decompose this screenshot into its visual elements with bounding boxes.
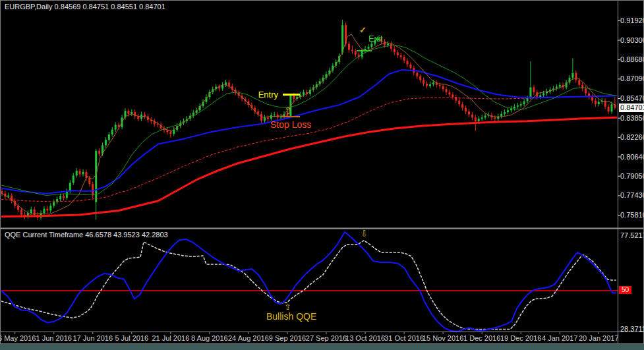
candle-body [63,196,65,198]
candle-body [66,191,68,198]
candle-body [448,92,450,95]
candle-body [542,94,544,96]
qqe-bearish-down-arrow-icon: ⇩ [361,229,368,238]
candle-body [274,115,276,115]
candle-body [111,130,113,134]
candle-body [403,57,405,61]
candle-body [397,52,399,55]
price-axis-label[interactable]: 0.77430 [620,192,644,199]
candle-body [270,115,272,119]
candle-body [442,86,444,90]
candle-body [69,183,71,191]
candle-body [137,116,139,119]
price-axis-label[interactable]: 0.75810 [620,212,644,219]
candle-body [529,87,531,98]
candle-body [439,85,441,86]
candle-body [7,196,9,197]
candle-body [559,85,561,87]
candle-body [387,44,389,45]
candle-body [267,117,269,119]
candle-body [481,117,483,119]
price-axis-label[interactable]: 0.87090 [620,75,644,82]
candle-body [598,102,600,104]
candle-body [465,108,467,111]
qqe-axis-label[interactable]: 28.3711 [620,326,644,333]
price-axis-label[interactable]: 0.91920 [620,17,644,24]
candle-body [73,175,74,183]
candle-body [520,104,522,105]
entry-up-arrow-icon: ⇧ [284,105,293,115]
candle-body [115,125,117,129]
candle-body [494,117,496,119]
qqe-indicator-title: QQE Current Timeframe 46.6578 43.9523 42… [5,231,168,239]
candle-body [507,110,509,112]
candle-body [367,47,369,49]
exit-price-line [357,50,372,51]
chart-canvas[interactable] [0,0,644,350]
current-price-tag: 0.84701 [619,103,644,112]
candle-body [595,101,597,104]
candle-body [458,101,460,104]
candle-body [419,76,421,80]
candle-body [134,112,136,116]
candle-body [341,25,343,52]
candle-body [517,105,519,107]
entry-annotation-label: Entry [245,90,278,99]
candle-body [43,209,45,213]
candle-body [468,111,470,115]
exit-annotation-label: Exit [368,34,383,43]
candle-body [585,88,587,93]
candle-body [452,94,454,97]
candle-body [127,111,129,114]
price-axis-label[interactable]: 0.79050 [620,173,644,180]
candle-body [59,196,61,199]
mt4-chart-window: EURGBP,Daily 0.84569 0.84751 0.84551 0.8… [0,0,644,350]
qqe-axis-label[interactable]: 77.5217 [620,232,644,239]
candle-body [446,89,448,92]
candle-body [429,84,431,86]
exit-check-icon: ✓ [359,26,366,34]
price-axis-label[interactable]: 0.80640 [620,154,644,161]
price-axis-label[interactable]: 0.82260 [620,134,644,141]
candle-body [20,210,22,215]
window-bottom-strip [0,344,644,350]
candle-body [475,117,477,121]
candle-body [390,44,392,48]
qqe-level-50-tag: 50 [619,286,631,294]
candle-body [351,50,353,51]
candle-body [539,95,541,97]
candle-body [523,102,525,105]
candle-body [82,172,84,175]
candle-body [581,85,583,88]
candle-body [610,104,612,111]
price-axis-label[interactable]: 0.90300 [620,37,644,44]
candle-body [157,124,159,125]
candle-body [400,55,402,57]
candle-body [260,114,262,121]
candle-body [394,49,395,52]
candle-body [484,116,486,118]
candle-body [88,178,90,184]
candle-body [92,184,94,195]
candle-body [95,151,97,202]
candle-body [432,82,434,84]
candle-body [108,134,110,140]
candle-body [49,206,51,210]
price-axis-label[interactable]: 0.88680 [620,56,644,63]
date-axis-label[interactable]: 20 Jan 2017 [575,335,622,342]
candle-body [571,73,573,77]
candle-body [355,51,357,54]
bullish-qqe-annotation-label: Bullish QQE [266,312,316,321]
candle-body [105,140,107,145]
candle-body [53,202,55,206]
candle-body [79,171,81,174]
candle-body [416,73,418,76]
candle-body [76,171,78,175]
candle-body [423,80,424,83]
chart-title: EURGBP,Daily 0.84569 0.84751 0.84551 0.8… [5,3,165,11]
stop-loss-line [281,116,300,117]
candle-body [264,117,266,121]
price-axis-label[interactable]: 0.83850 [620,115,644,122]
candle-body [461,104,463,107]
price-axis-label[interactable]: 0.85470 [620,95,644,102]
